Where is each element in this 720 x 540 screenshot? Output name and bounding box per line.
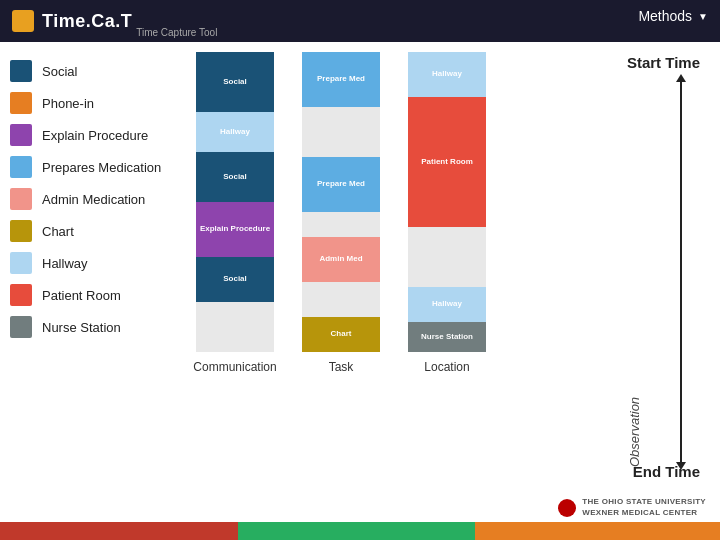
legend-panel: SocialPhone-inExplain ProcedurePrepares …	[10, 52, 190, 522]
osu-university-text: The Ohio State University Wexner Medical…	[582, 497, 706, 518]
legend-item-explain-procedure: Explain Procedure	[10, 124, 190, 146]
legend-swatch-phone-in	[10, 92, 32, 114]
legend-item-phone-in: Phone-in	[10, 92, 190, 114]
legend-item-hallway: Hallway	[10, 252, 190, 274]
column-task: Prepare MedPrepare MedAdmin MedChartTask	[296, 52, 386, 382]
app-subtitle: Time Capture Tool	[136, 27, 217, 42]
col-label-communication: Communication	[193, 360, 276, 374]
osu-oval-icon	[558, 499, 576, 517]
bar-task: Prepare MedPrepare MedAdmin MedChart	[302, 52, 380, 352]
app-header: Time.Ca.T Time Capture Tool Methods ▼	[0, 0, 720, 42]
app-title: Time.Ca.T	[42, 11, 132, 32]
end-time-label: End Time	[633, 463, 700, 480]
legend-swatch-explain-procedure	[10, 124, 32, 146]
legend-label-phone-in: Phone-in	[42, 96, 94, 111]
legend-label-chart: Chart	[42, 224, 74, 239]
segment-admin-med: Admin Med	[302, 237, 380, 282]
legend-swatch-nurse-station	[10, 316, 32, 338]
methods-dropdown[interactable]: Methods ▼	[638, 8, 708, 24]
legend-label-prepares-medication: Prepares Medication	[42, 160, 161, 175]
bar-communication: SocialHallwaySocialExplain ProcedureSoci…	[196, 52, 274, 352]
segment-chart: Chart	[302, 317, 380, 352]
column-location: HallwayPatient RoomHallwayNurse StationL…	[402, 52, 492, 382]
segment-patient-room: Patient Room	[408, 97, 486, 227]
osu-logo: The Ohio State University Wexner Medical…	[558, 497, 706, 518]
segment-prepare-med: Prepare Med	[302, 52, 380, 107]
legend-swatch-patient-room	[10, 284, 32, 306]
start-time-label: Start Time	[627, 54, 700, 71]
legend-label-admin-medication: Admin Medication	[42, 192, 145, 207]
legend-label-explain-procedure: Explain Procedure	[42, 128, 148, 143]
legend-item-prepares-medication: Prepares Medication	[10, 156, 190, 178]
legend-item-social: Social	[10, 60, 190, 82]
segment-social: Social	[196, 152, 274, 202]
legend-label-patient-room: Patient Room	[42, 288, 121, 303]
legend-item-patient-room: Patient Room	[10, 284, 190, 306]
col-label-task: Task	[329, 360, 354, 374]
app-logo-icon	[12, 10, 34, 32]
legend-item-chart: Chart	[10, 220, 190, 242]
legend-label-hallway: Hallway	[42, 256, 88, 271]
segment-social: Social	[196, 257, 274, 302]
footer-bar	[0, 522, 720, 540]
legend-swatch-prepares-medication	[10, 156, 32, 178]
legend-item-nurse-station: Nurse Station	[10, 316, 190, 338]
segment-prepare-med: Prepare Med	[302, 157, 380, 212]
segment-explain-procedure: Explain Procedure	[196, 202, 274, 257]
legend-swatch-social	[10, 60, 32, 82]
segment-hallway: Hallway	[408, 287, 486, 322]
legend-swatch-admin-medication	[10, 188, 32, 210]
col-label-location: Location	[424, 360, 469, 374]
time-arrow	[680, 80, 682, 464]
legend-swatch-chart	[10, 220, 32, 242]
segment-nurse-station: Nurse Station	[408, 322, 486, 352]
chart-area: Start Time Observation End Time SocialHa…	[190, 52, 710, 522]
main-content: SocialPhone-inExplain ProcedurePrepares …	[0, 42, 720, 522]
segment-social: Social	[196, 52, 274, 112]
legend-swatch-hallway	[10, 252, 32, 274]
segment-hallway: Hallway	[196, 112, 274, 152]
legend-label-social: Social	[42, 64, 77, 79]
legend-item-admin-medication: Admin Medication	[10, 188, 190, 210]
observation-label: Observation	[627, 82, 642, 467]
segment-hallway: Hallway	[408, 52, 486, 97]
column-communication: SocialHallwaySocialExplain ProcedureSoci…	[190, 52, 280, 382]
legend-label-nurse-station: Nurse Station	[42, 320, 121, 335]
bar-location: HallwayPatient RoomHallwayNurse Station	[408, 52, 486, 352]
methods-label: Methods	[638, 8, 692, 24]
chevron-down-icon: ▼	[698, 11, 708, 22]
